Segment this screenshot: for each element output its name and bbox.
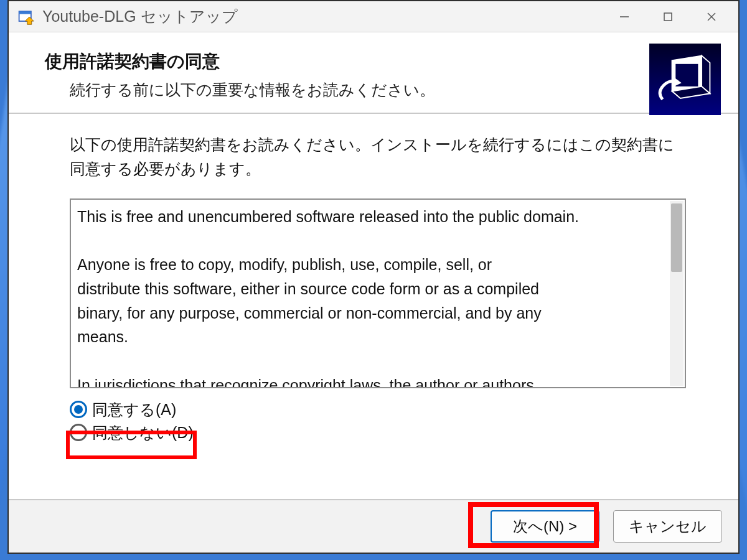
- annotation-highlight-next: [468, 502, 599, 548]
- radio-accept-icon: [70, 401, 87, 418]
- installer-app-icon: [16, 7, 36, 27]
- license-instruction: 以下の使用許諾契約書をお読みください。インストールを続行するにはこの契約書に同意…: [70, 133, 682, 181]
- radio-accept-label: 同意する(A): [92, 399, 176, 420]
- wizard-footer: 次へ(N) > キャンセル: [9, 499, 738, 553]
- license-textbox[interactable]: This is free and unencumbered software r…: [70, 198, 686, 388]
- wizard-body: 以下の使用許諾契約書をお読みください。インストールを続行するにはこの契約書に同意…: [9, 114, 738, 452]
- close-button[interactable]: [690, 1, 733, 32]
- cancel-button[interactable]: キャンセル: [613, 510, 722, 543]
- wizard-content: 使用許諾契約書の同意 続行する前に以下の重要な情報をお読みください。 以下の使用…: [9, 32, 738, 499]
- window-title: Youtube-DLG セットアップ: [42, 6, 603, 27]
- page-heading: 使用許諾契約書の同意: [45, 50, 710, 73]
- maximize-button[interactable]: [646, 1, 690, 32]
- scrollbar-thumb[interactable]: [671, 203, 682, 272]
- wizard-header: 使用許諾契約書の同意 続行する前に以下の重要な情報をお読みください。: [9, 32, 738, 114]
- wizard-computer-icon: [649, 44, 721, 115]
- svg-rect-1: [19, 11, 31, 14]
- page-subheading: 続行する前に以下の重要な情報をお読みください。: [70, 80, 710, 100]
- minimize-button[interactable]: [603, 1, 646, 32]
- titlebar[interactable]: Youtube-DLG セットアップ: [9, 1, 738, 32]
- license-scrollbar[interactable]: [670, 201, 684, 386]
- radio-accept[interactable]: 同意する(A): [70, 399, 682, 420]
- annotation-highlight-accept: [66, 431, 197, 459]
- svg-rect-3: [664, 13, 672, 21]
- license-text: This is free and unencumbered software r…: [71, 200, 685, 387]
- installer-window: Youtube-DLG セットアップ 使用許諾契約書の同意 続行する前に以下の重…: [7, 0, 740, 554]
- cancel-button-label: キャンセル: [629, 516, 707, 536]
